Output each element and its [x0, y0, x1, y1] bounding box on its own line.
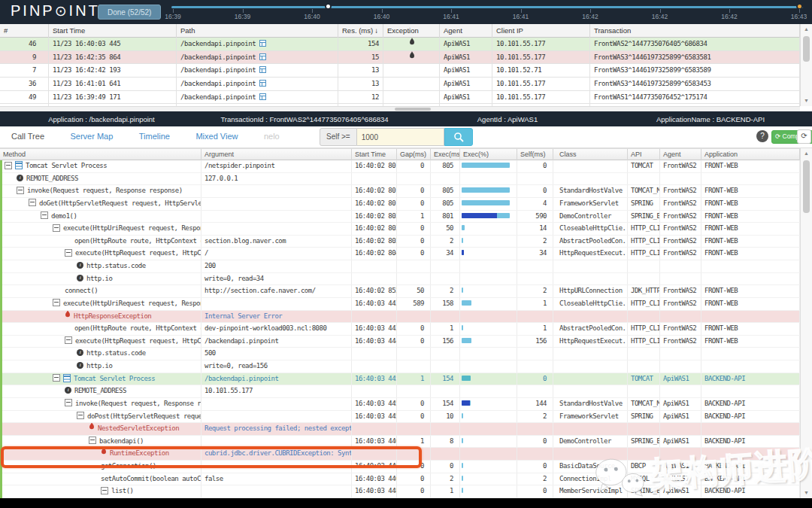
transaction-horizontal-scrollbar[interactable]: [0, 106, 800, 111]
server-map-icon[interactable]: [259, 80, 266, 87]
cell-s: 2: [517, 473, 553, 485]
timeline-scrubber[interactable]: 16:3916:3916:4016:4016:4116:4116:4216:42…: [158, 0, 812, 24]
transaction-row[interactable]: 911/23 16:42:35 864/backendapi.pinpoint1…: [0, 51, 800, 65]
reload-button[interactable]: ⟳: [797, 129, 811, 144]
collapse-icon[interactable]: [65, 399, 72, 406]
transaction-row[interactable]: 711/23 16:42:42 193/backendapi.pinpoint1…: [0, 64, 800, 78]
tab-call-tree[interactable]: Call Tree: [0, 126, 56, 147]
call-tree-row[interactable]: invoke(Request request, Response respons…: [0, 185, 800, 198]
call-tree-row[interactable]: open(HttpRoute route, HttpContext contex…: [0, 236, 800, 248]
collapse-icon[interactable]: [53, 374, 60, 382]
collapse-icon[interactable]: [17, 187, 24, 194]
tab-server-map[interactable]: Server Map: [59, 126, 124, 147]
tab-nelo[interactable]: nelo: [253, 126, 291, 147]
cell-api: [628, 360, 660, 373]
timeline-handle-left[interactable]: [325, 3, 332, 10]
server-map-icon[interactable]: [259, 53, 266, 60]
scroll-down-icon[interactable]: ▼: [801, 489, 812, 497]
cell-api: HTTP_CLIENT_4: [628, 298, 660, 310]
cell-ag: [660, 385, 701, 397]
scroll-thumb[interactable]: [803, 160, 810, 213]
collapse-icon[interactable]: [53, 224, 60, 232]
collapse-icon[interactable]: [89, 437, 96, 444]
collapse-icon[interactable]: [77, 412, 84, 419]
call-tree-row[interactable]: ihttp.status.code200: [0, 260, 800, 273]
cell-ag: FrontWAS2: [660, 323, 701, 335]
transaction-vertical-scrollbar[interactable]: ▲ ▼: [800, 24, 812, 106]
call-tree-vertical-scrollbar[interactable]: ▲ ▼: [800, 148, 812, 498]
call-tree-row[interactable]: iREMOTE_ADDRESS10.101.55.177: [0, 385, 800, 398]
server-map-icon[interactable]: [259, 66, 266, 73]
collapse-icon[interactable]: [41, 211, 48, 219]
call-tree-row[interactable]: setAutoCommit(boolean autoCommitFlag)fal…: [0, 473, 800, 486]
scroll-down-icon[interactable]: ▼: [801, 97, 812, 105]
cell-st: 16:40:02 852: [352, 285, 397, 297]
transaction-row[interactable]: 4911/23 16:39:49 171/backendapi.pinpoint…: [0, 91, 800, 105]
scroll-thumb[interactable]: [395, 108, 431, 111]
cell-ag: ApiWAS1: [660, 373, 701, 385]
help-button[interactable]: ?: [756, 130, 768, 142]
collapse-icon[interactable]: [65, 336, 72, 344]
column-header-res-ms-[interactable]: Res. (ms)↓: [338, 24, 383, 38]
argument-value: 200: [205, 262, 216, 269]
method-name: http.status.code: [86, 262, 146, 269]
call-tree-row[interactable]: iREMOTE_ADDRESS127.0.0.1: [0, 173, 800, 186]
exec-percent-bar: [462, 287, 463, 293]
call-tree-row[interactable]: execute(HttpUriRequest request, Response…: [0, 298, 800, 311]
call-tree-row[interactable]: doGet(HttpServletRequest request, HttpSe…: [0, 198, 800, 211]
call-tree-row[interactable]: invoke(Request request, Response respons…: [0, 398, 800, 411]
filter-input[interactable]: [357, 128, 444, 146]
call-tree-row[interactable]: Tomcat Servlet Process/netspider.pinpoin…: [0, 160, 800, 173]
collapse-icon[interactable]: [65, 249, 72, 257]
call-tree-row[interactable]: backendapi()16:40:03 446180DemoControlle…: [0, 436, 800, 449]
scroll-thumb[interactable]: [803, 36, 810, 62]
transaction-row[interactable]: 3611/23 16:41:01 641/backendapi.pinpoint…: [0, 78, 800, 91]
call-tree-row[interactable]: ihttp.status.code500: [0, 348, 800, 360]
call-tree-row[interactable]: connect()http://section.cafe.naver.com/1…: [0, 285, 800, 298]
done-button[interactable]: Done (52/52): [98, 5, 161, 20]
timeline-handle-right[interactable]: [796, 3, 803, 10]
call-tree-row[interactable]: demo1()16:40:02 8021801590DemoController…: [0, 211, 800, 224]
server-map-icon[interactable]: [259, 40, 266, 47]
cell-ip: 10.101.55.177: [492, 78, 590, 90]
collapse-icon[interactable]: [29, 199, 36, 206]
collapse-icon[interactable]: [5, 162, 12, 169]
tab-timeline[interactable]: Timeline: [128, 126, 181, 147]
cell-bar: [460, 473, 517, 485]
call-tree-row[interactable]: ihttp.iowrite=0, read=156: [0, 360, 800, 373]
call-tree-row[interactable]: NestedServletExceptionRequest processing…: [0, 423, 800, 436]
call-tree-row[interactable]: execute(HttpRequest request, HttpClientC…: [0, 248, 800, 260]
call-tree-row[interactable]: doPost(HttpServletRequest request, HttpS…: [0, 411, 800, 424]
collapse-icon[interactable]: [53, 299, 60, 306]
cell-ap: FRONT-WEB: [701, 285, 800, 297]
cell-ag: ApiWAS1: [660, 436, 701, 448]
call-tree-row[interactable]: open(HttpRoute route, HttpContext contex…: [0, 323, 800, 336]
call-tree-row[interactable]: ihttp.iowrite=0, read=34: [0, 273, 800, 286]
call-tree-row[interactable]: list()16:40:03 448010MemberServiceImplSP…: [0, 485, 800, 498]
call-tree-row[interactable]: Tomcat Servlet Process/backendapi.pinpoi…: [0, 373, 800, 386]
tab-mixed-view[interactable]: Mixed View: [184, 126, 249, 147]
cell-c: StandardHostValve: [556, 185, 628, 197]
call-tree-row[interactable]: execute(HttpRequest request, HttpClientC…: [0, 336, 800, 348]
cell-x: [431, 260, 460, 272]
call-tree-row[interactable]: RuntimeExceptioncubrid.jdbc.driver.CUBRI…: [0, 448, 800, 461]
call-tree-row[interactable]: HttpResponseExceptionInternal Server Err…: [0, 311, 800, 324]
cell-st: 16:40:03 444: [352, 336, 397, 348]
cell-g: [397, 348, 431, 360]
column-header-class: Class: [556, 149, 628, 160]
search-button[interactable]: [444, 128, 473, 146]
scroll-up-icon[interactable]: ▲: [801, 150, 812, 157]
call-tree-row[interactable]: getConnection()16:40:03 446000BasicDataS…: [0, 461, 800, 473]
argument-value: section.blog.naver.com: [205, 237, 286, 245]
cell-s: 34: [517, 248, 553, 260]
exec-percent-bar: [462, 325, 463, 330]
timeline-tick-label: 16:42: [652, 13, 668, 20]
server-map-icon[interactable]: [259, 93, 266, 100]
cell-agent: ApiWAS1: [440, 64, 492, 77]
scroll-up-icon[interactable]: ▲: [801, 26, 812, 33]
cell-s: [517, 311, 553, 323]
collapse-icon[interactable]: [101, 487, 108, 494]
transaction-row[interactable]: 4611/23 16:40:03 445/backendapi.pinpoint…: [0, 38, 800, 51]
cell-api: [628, 260, 660, 272]
call-tree-row[interactable]: execute(HttpUriRequest request, Response…: [0, 223, 800, 236]
